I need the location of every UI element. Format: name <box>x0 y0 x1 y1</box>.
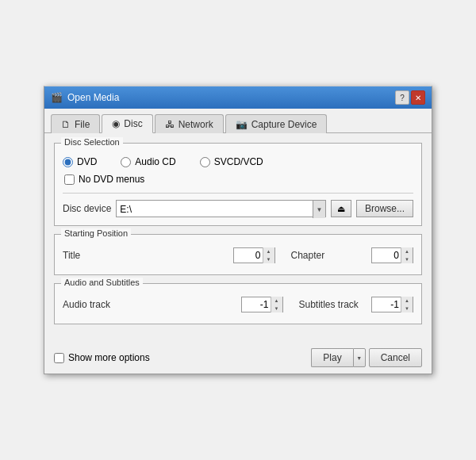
footer: Show more options Play ▼ Cancel <box>44 342 432 374</box>
disc-tab-icon: ◉ <box>112 118 120 129</box>
svcd-label: SVCD/VCD <box>214 156 263 167</box>
subtitles-input[interactable] <box>372 297 401 312</box>
audio-cd-option[interactable]: Audio CD <box>121 156 175 167</box>
disc-selection-group: Disc Selection DVD Audio CD SVCD/VCD <box>54 143 422 226</box>
show-more-checkbox[interactable] <box>54 353 64 363</box>
starting-position-group: Starting Position Title ▲ ▼ Chapter <box>54 234 422 275</box>
audio-track-buttons: ▲ ▼ <box>271 297 282 312</box>
chapter-spinner[interactable]: ▲ ▼ <box>371 247 413 263</box>
cancel-button[interactable]: Cancel <box>369 348 422 367</box>
tab-file[interactable]: 🗋 File <box>51 114 100 133</box>
dvd-radio[interactable] <box>63 157 73 167</box>
help-button[interactable]: ? <box>395 90 409 105</box>
disc-device-value: E:\ <box>117 201 313 217</box>
tab-disc-label: Disc <box>124 118 142 129</box>
title-bar-left: 🎬 Open Media <box>51 92 119 103</box>
audio-track-label: Audio track <box>63 299 126 310</box>
tab-capture[interactable]: 📷 Capture Device <box>225 114 328 133</box>
chapter-up-button[interactable]: ▲ <box>401 247 413 255</box>
svcd-vcd-option[interactable]: SVCD/VCD <box>200 156 263 167</box>
open-media-dialog: 🎬 Open Media ? ✕ 🗋 File ◉ Disc 🖧 Network… <box>44 86 432 374</box>
tab-file-label: File <box>75 119 90 130</box>
show-more-wrap: Show more options <box>54 352 150 363</box>
tabs-bar: 🗋 File ◉ Disc 🖧 Network 📷 Capture Device <box>44 109 432 133</box>
title-spinner-buttons: ▲ ▼ <box>263 247 274 263</box>
subtitles-up-button[interactable]: ▲ <box>401 297 413 305</box>
window-icon: 🎬 <box>51 92 63 103</box>
audio-track-spinner[interactable]: ▲ ▼ <box>241 297 283 312</box>
footer-buttons: Play ▼ Cancel <box>311 348 422 367</box>
close-button[interactable]: ✕ <box>411 90 425 105</box>
tab-network-label: Network <box>178 119 213 130</box>
browse-button[interactable]: Browse... <box>356 200 413 217</box>
play-button-group: Play ▼ <box>311 348 365 367</box>
chapter-spinner-buttons: ▲ ▼ <box>401 247 413 263</box>
tab-disc[interactable]: ◉ Disc <box>102 114 152 133</box>
audio-down-button[interactable]: ▼ <box>271 305 282 312</box>
disc-device-combo[interactable]: E:\ ▼ <box>116 200 326 217</box>
disc-type-row: DVD Audio CD SVCD/VCD <box>63 153 413 171</box>
chapter-down-button[interactable]: ▼ <box>401 255 413 263</box>
audio-cd-label: Audio CD <box>135 156 175 167</box>
no-dvd-menus-label: No DVD menus <box>79 174 144 185</box>
disc-selection-content: DVD Audio CD SVCD/VCD No DVD menus <box>63 150 413 217</box>
window-title: Open Media <box>67 92 119 103</box>
play-dropdown-button[interactable]: ▼ <box>353 348 366 367</box>
title-input[interactable] <box>234 248 263 263</box>
no-dvd-menus-row: No DVD menus <box>63 171 413 188</box>
title-chapter-row: Title ▲ ▼ Chapter ▲ ▼ <box>63 241 413 266</box>
play-button[interactable]: Play <box>311 348 352 367</box>
svcd-radio[interactable] <box>200 157 210 167</box>
title-up-button[interactable]: ▲ <box>263 247 274 255</box>
chapter-input[interactable] <box>372 248 401 263</box>
disc-device-dropdown-arrow[interactable]: ▼ <box>313 201 325 218</box>
audio-subtitles-row: Audio track ▲ ▼ Subtitles track ▲ <box>63 290 413 316</box>
dvd-label: DVD <box>77 156 97 167</box>
subtitles-track-label: Subtitles track <box>299 299 359 310</box>
subtitles-section: Subtitles track ▲ ▼ <box>299 297 414 312</box>
capture-tab-icon: 📷 <box>236 119 248 130</box>
chapter-field-label: Chapter <box>291 250 325 261</box>
no-dvd-menus-checkbox[interactable] <box>64 174 75 185</box>
starting-position-label: Starting Position <box>61 228 131 238</box>
network-tab-icon: 🖧 <box>165 119 175 130</box>
audio-subtitles-group: Audio and Subtitles Audio track ▲ ▼ Subt… <box>54 283 422 324</box>
dvd-option[interactable]: DVD <box>63 156 97 167</box>
title-buttons: ? ✕ <box>395 90 425 105</box>
audio-up-button[interactable]: ▲ <box>271 297 282 305</box>
title-spinner[interactable]: ▲ ▼ <box>233 247 275 263</box>
audio-track-input[interactable] <box>242 297 271 312</box>
title-down-button[interactable]: ▼ <box>263 255 274 263</box>
content-area: Disc Selection DVD Audio CD SVCD/VCD <box>44 133 432 342</box>
title-bar: 🎬 Open Media ? ✕ <box>44 86 432 109</box>
disc-device-label: Disc device <box>63 203 111 214</box>
device-row: Disc device E:\ ▼ ⏏ Browse... <box>63 200 413 217</box>
show-more-label: Show more options <box>68 352 150 363</box>
file-tab-icon: 🗋 <box>61 119 71 130</box>
eject-button[interactable]: ⏏ <box>331 200 351 217</box>
audio-cd-radio[interactable] <box>121 157 131 167</box>
subtitles-spinner[interactable]: ▲ ▼ <box>371 297 413 312</box>
tab-network[interactable]: 🖧 Network <box>155 114 224 133</box>
subtitles-down-button[interactable]: ▼ <box>401 305 413 312</box>
tab-capture-label: Capture Device <box>251 119 317 130</box>
title-field-label: Title <box>63 250 110 261</box>
disc-selection-label: Disc Selection <box>61 137 123 147</box>
disc-separator <box>63 193 413 194</box>
chapter-section: Chapter ▲ ▼ <box>291 247 414 263</box>
audio-subtitles-label: Audio and Subtitles <box>61 278 143 287</box>
subtitles-buttons: ▲ ▼ <box>401 297 413 312</box>
